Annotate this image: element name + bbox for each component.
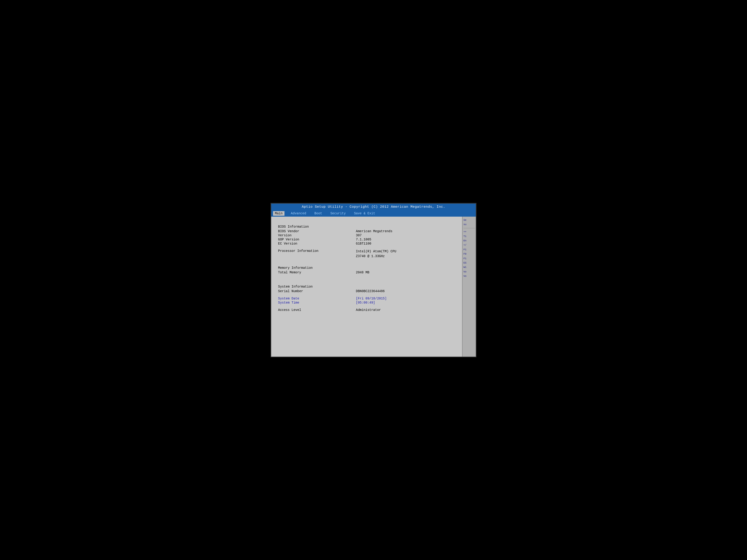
serial-number-label: Serial Number bbox=[278, 289, 356, 293]
bios-vendor-label: BIOS Vendor bbox=[278, 230, 356, 233]
menu-main[interactable]: Main bbox=[273, 211, 284, 216]
processor-label: Processor Information bbox=[278, 249, 356, 259]
menu-security[interactable]: Security bbox=[328, 211, 347, 216]
menu-boot[interactable]: Boot bbox=[313, 211, 324, 216]
system-info-header: System Information bbox=[278, 285, 455, 289]
version-value: 307 bbox=[356, 234, 362, 237]
ec-version-label: EC Version bbox=[278, 242, 356, 245]
menu-advanced[interactable]: Advanced bbox=[289, 211, 308, 216]
side-item-es: ES bbox=[463, 261, 475, 265]
ec-version-row: EC Version G1BT1100 bbox=[278, 242, 455, 245]
gop-version-label: GOP Version bbox=[278, 238, 356, 241]
title-text: Aptio Setup Utility - Copyright (C) 2012… bbox=[302, 205, 445, 209]
menu-save-exit[interactable]: Save & Exit bbox=[352, 211, 377, 216]
title-bar: Aptio Setup Utility - Copyright (C) 2012… bbox=[271, 204, 476, 210]
side-item-f1b: F1 bbox=[463, 257, 475, 260]
version-row: Version 307 bbox=[278, 234, 455, 237]
menu-bar: Main Advanced Boot Security Save & Exit bbox=[271, 210, 476, 217]
side-item-vo1: Vo bbox=[463, 270, 475, 274]
side-item-wi: Wi bbox=[463, 266, 475, 269]
system-date-row[interactable]: System Date [Fri 09/18/2015] bbox=[278, 297, 455, 300]
main-panel: BIOS Information BIOS Vendor American Me… bbox=[271, 217, 462, 357]
version-label: Version bbox=[278, 234, 356, 237]
access-level-label: Access Level bbox=[278, 308, 356, 312]
ec-version-value: G1BT1100 bbox=[356, 242, 371, 245]
side-item-1: Se bbox=[463, 218, 475, 222]
processor-value: Intel(R) Atom(TM) CPUZ3740 @ 1.33GHz bbox=[356, 249, 396, 259]
side-item-en: En bbox=[463, 239, 475, 242]
system-date-label: System Date bbox=[278, 297, 356, 300]
serial-number-value: DBN0BC223644486 bbox=[356, 289, 385, 293]
bios-screen: Aptio Setup Utility - Copyright (C) 2012… bbox=[271, 203, 476, 357]
total-memory-value: 2048 MB bbox=[356, 271, 369, 274]
access-level-row: Access Level Administrator bbox=[278, 308, 455, 312]
side-item-ti: Ti bbox=[463, 235, 475, 238]
serial-number-row: Serial Number DBN0BC223644486 bbox=[278, 289, 455, 293]
system-time-value: [05:00:49] bbox=[356, 301, 375, 304]
system-time-label: System Time bbox=[278, 301, 356, 304]
gop-version-value: 7.1.1005 bbox=[356, 238, 371, 241]
total-memory-row: Total Memory 2048 MB bbox=[278, 271, 455, 274]
memory-info-header: Memory Information bbox=[278, 266, 455, 270]
side-item-plus: +/ bbox=[463, 243, 475, 247]
bios-vendor-row: BIOS Vendor American Megatrends bbox=[278, 230, 455, 233]
side-panel: Se su ++ Ti En +/ F1 F9 F1 ES Wi Vo Vo bbox=[462, 217, 476, 357]
side-item-f1a: F1 bbox=[463, 248, 475, 251]
access-level-value: Administrator bbox=[356, 308, 381, 312]
bios-vendor-value: American Megatrends bbox=[356, 230, 392, 233]
bios-info-header: BIOS Information bbox=[278, 225, 455, 229]
side-item-2: su bbox=[463, 223, 475, 226]
system-time-row[interactable]: System Time [05:00:49] bbox=[278, 301, 455, 304]
system-date-value: [Fri 09/18/2015] bbox=[356, 297, 387, 300]
side-item-f9: F9 bbox=[463, 252, 475, 256]
content-area: BIOS Information BIOS Vendor American Me… bbox=[271, 217, 476, 357]
total-memory-label: Total Memory bbox=[278, 271, 356, 274]
gop-version-row: GOP Version 7.1.1005 bbox=[278, 238, 455, 241]
side-item-vo2: Vo bbox=[463, 274, 475, 278]
processor-row: Processor Information Intel(R) Atom(TM) … bbox=[278, 249, 455, 259]
side-item-arrows: ++ bbox=[463, 230, 475, 234]
